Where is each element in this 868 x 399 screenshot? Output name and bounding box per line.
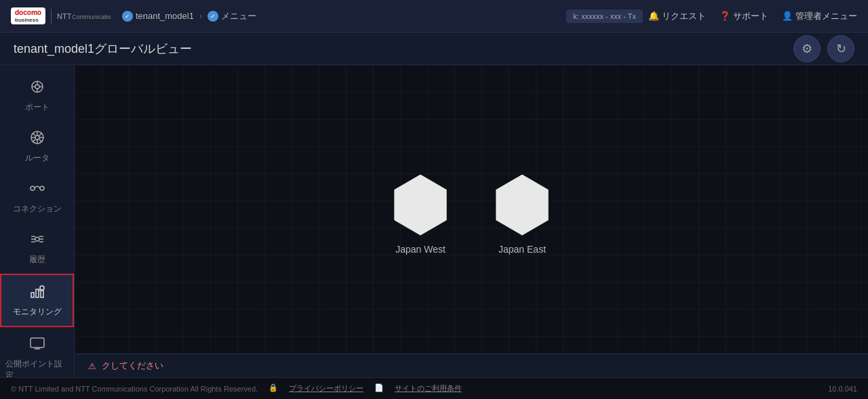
svg-point-18	[31, 186, 35, 190]
docomo-logo: docomo business	[11, 7, 45, 25]
breadcrumb: ✓ tenant_model1 › ✓ メニュー	[122, 10, 566, 22]
gear-icon: ⚙	[802, 41, 812, 56]
logo-area: docomo business NTT Communications	[11, 7, 111, 25]
ntt-logo: NTT Communications	[51, 9, 111, 24]
svg-line-15	[39, 140, 41, 142]
connection-icon	[29, 180, 45, 201]
request-button[interactable]: 🔔 リクエスト	[648, 10, 706, 22]
port-label: ポート	[25, 102, 50, 113]
user-info: k: xxxxxx - xxx - Tx	[566, 9, 643, 23]
svg-rect-32	[31, 338, 44, 348]
svg-text:NTT: NTT	[57, 12, 72, 20]
main-content: Japan West Japan East	[75, 65, 868, 377]
sidebar-item-monitoring[interactable]: モニタリング	[0, 274, 74, 327]
header-actions: ⚙ ↻	[793, 35, 854, 62]
bell-icon: 🔔	[648, 11, 659, 21]
svg-point-30	[40, 286, 44, 290]
notification-icon: ⚠	[88, 361, 96, 371]
svg-point-20	[35, 237, 39, 241]
breadcrumb-arrow: ›	[199, 11, 202, 21]
refresh-button[interactable]: ↻	[827, 35, 854, 62]
copyright-text: © NTT Limited and NTT Communications Cor…	[11, 385, 258, 393]
node-japan-west[interactable]: Japan West	[390, 175, 451, 255]
privacy-policy-icon: 🔒	[269, 383, 278, 394]
router-icon	[29, 129, 45, 150]
footer-links: 🔒 プライバシーポリシー 📄 サイトのご利用条件	[269, 383, 462, 394]
hexagon-japan-west[interactable]	[390, 175, 451, 236]
sidebar-item-history[interactable]: 履歴	[0, 223, 74, 274]
notification-bar: ⚠ クしてください	[75, 354, 868, 377]
svg-line-17	[33, 140, 35, 142]
nodes-container: Japan West Japan East	[390, 175, 553, 255]
sidebar-item-connection[interactable]: コネクション	[0, 172, 74, 223]
footer-left: © NTT Limited and NTT Communications Cor…	[11, 383, 462, 394]
notification-text: クしてください	[102, 360, 163, 372]
japan-east-label: Japan East	[498, 244, 546, 255]
breadcrumb-item-2[interactable]: ✓ メニュー	[208, 10, 256, 22]
port-icon	[29, 79, 45, 99]
history-label: 履歴	[29, 254, 45, 266]
question-icon: ❓	[719, 11, 730, 21]
monitoring-label: モニタリング	[13, 306, 62, 318]
svg-point-19	[40, 186, 44, 190]
svg-line-16	[39, 133, 41, 136]
node-japan-east[interactable]: Japan East	[492, 175, 553, 255]
public-point-icon	[29, 335, 45, 356]
breadcrumb-item-1[interactable]: ✓ tenant_model1	[122, 11, 194, 22]
refresh-icon: ↻	[836, 41, 846, 56]
check-icon-1: ✓	[122, 11, 133, 22]
sidebar-item-port[interactable]: ポート	[0, 70, 74, 121]
svg-rect-29	[41, 291, 43, 297]
terms-icon: 📄	[374, 383, 384, 394]
hexagon-japan-east[interactable]	[492, 175, 553, 236]
svg-point-3	[35, 85, 39, 89]
history-icon	[29, 231, 45, 251]
svg-line-14	[33, 133, 35, 136]
settings-button[interactable]: ⚙	[793, 35, 821, 62]
check-icon-2: ✓	[208, 11, 218, 22]
svg-point-9	[35, 135, 39, 140]
svg-rect-27	[31, 293, 34, 297]
person-icon: 👤	[782, 11, 793, 21]
admin-menu-button[interactable]: 👤 管理者メニュー	[782, 10, 857, 22]
ntt-logo-svg: NTT Communications	[57, 9, 111, 22]
support-button[interactable]: ❓ サポート	[719, 10, 768, 22]
connection-label: コネクション	[13, 203, 62, 215]
router-label: ルータ	[25, 152, 50, 164]
sidebar-item-router[interactable]: ルータ	[0, 121, 74, 172]
footer: © NTT Limited and NTT Communications Cor…	[0, 377, 868, 399]
header-right: 🔔 リクエスト ❓ サポート 👤 管理者メニュー	[648, 10, 857, 22]
version-number: 10.0.041	[828, 385, 857, 393]
sidebar: ポート ルータ	[0, 65, 75, 377]
header-top: docomo business NTT Communications ✓ ten…	[0, 0, 868, 33]
privacy-policy-link[interactable]: プライバシーポリシー	[289, 383, 363, 394]
monitoring-icon	[29, 283, 45, 303]
japan-west-label: Japan West	[395, 244, 446, 255]
main-layout: ポート ルータ	[0, 65, 868, 377]
svg-text:Communications: Communications	[72, 14, 111, 20]
header-second: tenant_model1グローバルビュー ⚙ ↻	[0, 33, 868, 65]
page-title: tenant_model1グローバルビュー	[14, 41, 192, 57]
terms-link[interactable]: サイトのご利用条件	[395, 383, 462, 394]
